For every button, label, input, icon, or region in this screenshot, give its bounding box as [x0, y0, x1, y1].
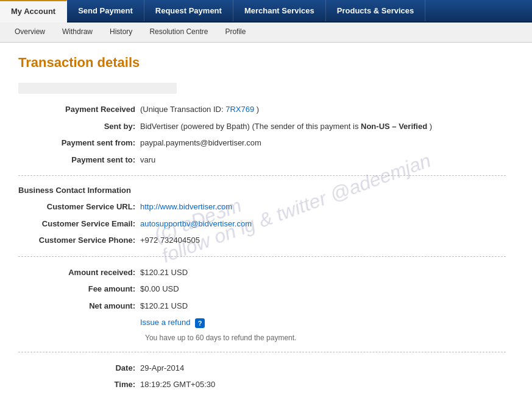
- main-content: Transaction details Payment Received (Un…: [0, 43, 524, 395]
- blurred-content: [18, 83, 177, 94]
- date-row: Date: 29-Apr-2014: [18, 362, 506, 374]
- phone-label: Customer Service Phone:: [18, 234, 140, 246]
- refund-link-container: Issue a refund ?: [140, 316, 205, 329]
- phone-row: Customer Service Phone: +972 732404505: [18, 234, 506, 246]
- tab-request-payment[interactable]: Request Payment: [144, 0, 233, 21]
- refund-link[interactable]: Issue a refund: [140, 318, 190, 327]
- transaction-id: 7RX769: [225, 105, 254, 114]
- refund-row: Issue a refund ?: [18, 316, 506, 329]
- business-section-title: Business Contact Information: [18, 186, 506, 195]
- date-value: 29-Apr-2014: [140, 362, 184, 374]
- tab-my-account[interactable]: My Account: [0, 0, 67, 23]
- tab-send-payment[interactable]: Send Payment: [67, 0, 144, 21]
- phone-value: +972 732404505: [140, 234, 200, 246]
- divider-1: [18, 175, 506, 176]
- payment-from-label: Payment sent from:: [18, 137, 140, 149]
- payment-to-row: Payment sent to: varu: [18, 154, 506, 166]
- net-label: Net amount:: [18, 300, 140, 312]
- secondary-navigation: Overview Withdraw History Resolution Cen…: [0, 23, 532, 43]
- payment-received-label: Payment Received: [18, 103, 140, 116]
- time-value: 18:19:25 GMT+05:30: [140, 379, 215, 391]
- net-row: Net amount: $120.21 USD: [18, 300, 506, 312]
- url-row: Customer Service URL: http://www.bidvert…: [18, 201, 506, 213]
- amount-row: Amount received: $120.21 USD: [18, 267, 506, 279]
- tab-products-services[interactable]: Products & Services: [326, 0, 425, 21]
- url-label: Customer Service URL:: [18, 201, 140, 213]
- help-icon[interactable]: ?: [195, 318, 205, 328]
- page-title: Transaction details: [18, 55, 506, 71]
- stab-withdraw[interactable]: Withdraw: [54, 23, 101, 42]
- payment-from-value: paypal.payments@bidvertiser.com: [140, 137, 261, 149]
- payment-received-value: (Unique Transaction ID: 7RX769 ): [140, 103, 259, 116]
- sent-by-row: Sent by: BidVertiser (powered by Bpath) …: [18, 121, 506, 133]
- sent-by-label: Sent by:: [18, 121, 140, 133]
- refund-spacer: [18, 316, 140, 329]
- stab-resolution-centre[interactable]: Resolution Centre: [141, 23, 216, 42]
- url-link[interactable]: http://www.bidvertiser.com: [140, 202, 232, 211]
- divider-2: [18, 256, 506, 257]
- time-label: Time:: [18, 379, 140, 391]
- url-value: http://www.bidvertiser.com: [140, 201, 232, 213]
- net-value: $120.21 USD: [140, 300, 188, 312]
- fee-value: $0.00 USD: [140, 283, 179, 295]
- amount-label: Amount received:: [18, 267, 140, 279]
- stab-overview[interactable]: Overview: [6, 23, 54, 42]
- sender-status: Non-US – Verified: [361, 122, 427, 131]
- payment-received-row: Payment Received (Unique Transaction ID:…: [18, 103, 506, 116]
- email-row: Customer Service Email: autosupportbv@bi…: [18, 218, 506, 230]
- refund-note: You have up to 60 days to refund the pay…: [140, 334, 506, 342]
- fee-row: Fee amount: $0.00 USD: [18, 283, 506, 295]
- tab-merchant-services[interactable]: Merchant Services: [233, 0, 326, 21]
- date-label: Date:: [18, 362, 140, 374]
- sent-by-value: BidVertiser (powered by Bpath) (The send…: [140, 121, 432, 133]
- email-value: autosupportbv@bidvertiser.com: [140, 218, 252, 230]
- email-link[interactable]: autosupportbv@bidvertiser.com: [140, 219, 252, 228]
- amount-value: $120.21 USD: [140, 267, 188, 279]
- time-row: Time: 18:19:25 GMT+05:30: [18, 379, 506, 391]
- stab-profile[interactable]: Profile: [216, 23, 254, 42]
- payment-from-row: Payment sent from: paypal.payments@bidve…: [18, 137, 506, 149]
- stab-history[interactable]: History: [101, 23, 141, 42]
- payment-to-value: varu: [140, 154, 155, 166]
- payment-to-label: Payment sent to:: [18, 154, 140, 166]
- top-navigation: My Account Send Payment Request Payment …: [0, 0, 532, 23]
- fee-label: Fee amount:: [18, 283, 140, 295]
- divider-3: [18, 352, 506, 352]
- email-label: Customer Service Email:: [18, 218, 140, 230]
